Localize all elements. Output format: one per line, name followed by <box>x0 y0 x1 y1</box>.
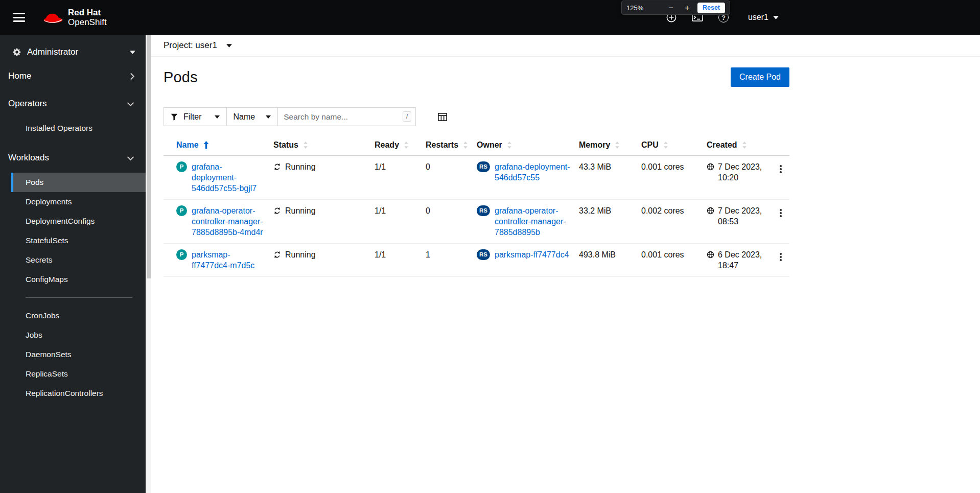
filter-dropdown-label: Filter <box>183 112 202 122</box>
sidebar-item-replicasets[interactable]: ReplicaSets <box>0 364 146 384</box>
sidebar-item-jobs[interactable]: Jobs <box>0 325 146 345</box>
sidebar-item-statefulsets[interactable]: StatefulSets <box>0 231 146 250</box>
sidebar-scrollbar[interactable] <box>146 35 151 493</box>
caret-down-icon <box>773 16 779 19</box>
status-text: Running <box>285 205 316 216</box>
search-input[interactable] <box>277 107 416 126</box>
status-cell: Running <box>269 200 370 244</box>
sortable-icon <box>463 142 468 149</box>
redhat-openshift-brand: Red Hat OpenShift <box>41 8 107 27</box>
column-header-status[interactable]: Status <box>269 134 370 156</box>
owner-cell: RSgrafana-deployment-546dd57c55 <box>473 156 575 200</box>
ready-cell: 1/1 <box>370 156 422 200</box>
perspective-switcher[interactable]: Administrator <box>0 35 146 62</box>
sortable-icon <box>303 142 308 149</box>
pods-table: NameStatusReadyRestartsOwnerMemoryCPUCre… <box>164 134 789 277</box>
redhat-logo-icon <box>41 10 63 26</box>
actions-cell <box>771 244 789 277</box>
user-menu-label: user1 <box>748 13 768 22</box>
created-text: 6 Dec 2023, 18:47 <box>718 249 766 271</box>
zoom-reset-button[interactable]: Reset <box>697 3 725 13</box>
column-label: Memory <box>579 140 610 149</box>
caret-down-icon <box>215 115 220 119</box>
zoom-in-button[interactable]: + <box>681 4 693 12</box>
attribute-dropdown-label: Name <box>234 112 255 122</box>
kebab-menu-button[interactable] <box>775 205 787 221</box>
column-header-name[interactable]: Name <box>164 134 269 156</box>
column-header-restarts[interactable]: Restarts <box>422 134 473 156</box>
sortable-icon <box>507 142 512 149</box>
globe-timestamp-icon <box>707 207 714 215</box>
project-selector[interactable]: Project: user1 <box>164 40 232 51</box>
sidebar-item-deploymentconfigs[interactable]: DeploymentConfigs <box>0 212 146 231</box>
column-label: Name <box>176 140 199 149</box>
sidebar-nav: Administrator HomeOperatorsInstalled Ope… <box>0 35 146 493</box>
running-sync-icon <box>273 207 281 215</box>
pod-name-link[interactable]: grafana-operator-controller-manager-7885… <box>192 205 265 238</box>
pod-name-link[interactable]: grafana-deployment-546dd57c55-bgjl7 <box>192 161 265 194</box>
user-menu[interactable]: user1 <box>745 12 782 22</box>
brand-line1: Red Hat <box>68 8 107 17</box>
sidebar-item-installed-operators[interactable]: Installed Operators <box>0 119 146 138</box>
sidebar-item-configmaps[interactable]: ConfigMaps <box>0 270 146 289</box>
hamburger-menu-icon[interactable] <box>10 10 28 25</box>
sidebar-section-home[interactable]: Home <box>0 62 146 90</box>
project-selector-label: Project: user1 <box>164 40 217 51</box>
column-header-cpu[interactable]: CPU <box>637 134 703 156</box>
pod-row: Pgrafana-deployment-546dd57c55-bgjl7Runn… <box>164 156 789 200</box>
sidebar-item-daemonsets[interactable]: DaemonSets <box>0 345 146 364</box>
name-cell: Pparksmap-ff7477dc4-m7d5c <box>164 244 269 277</box>
search-shortcut-hint: / <box>403 111 412 122</box>
ready-cell: 1/1 <box>370 200 422 244</box>
column-header-ready[interactable]: Ready <box>370 134 422 156</box>
pod-badge: P <box>176 161 187 172</box>
sidebar-section-workloads[interactable]: Workloads <box>0 144 146 172</box>
chevron-down-icon <box>127 156 134 160</box>
sidebar-scrollbar-thumb[interactable] <box>147 35 151 278</box>
actions-cell <box>771 200 789 244</box>
replicaset-badge: RS <box>477 161 490 172</box>
restarts-cell: 0 <box>422 156 473 200</box>
kebab-menu-button[interactable] <box>775 161 787 177</box>
created-cell: 6 Dec 2023, 18:47 <box>703 244 771 277</box>
sidebar-item-secrets[interactable]: Secrets <box>0 250 146 270</box>
zoom-out-button[interactable]: − <box>665 4 677 12</box>
cpu-cell: 0.002 cores <box>637 200 703 244</box>
pod-row: Pparksmap-ff7477dc4-m7d5cRunning1/11RSpa… <box>164 244 789 277</box>
sidebar-item-cronjobs[interactable]: CronJobs <box>0 306 146 325</box>
chevron-right-icon <box>130 73 134 80</box>
column-label: Ready <box>375 140 399 149</box>
running-sync-icon <box>273 251 281 259</box>
sidebar-item-pods[interactable]: Pods <box>11 173 146 192</box>
replicaset-badge: RS <box>477 249 490 260</box>
owner-link[interactable]: grafana-operator-controller-manager-7885… <box>495 205 571 238</box>
pod-badge: P <box>176 249 187 260</box>
column-header-memory[interactable]: Memory <box>575 134 637 156</box>
pod-name-link[interactable]: parksmap-ff7477dc4-m7d5c <box>192 249 265 271</box>
sidebar-item-deployments[interactable]: Deployments <box>0 192 146 212</box>
column-label: Created <box>707 140 737 149</box>
restarts-cell: 0 <box>422 200 473 244</box>
zoom-level: 125% <box>626 4 643 12</box>
column-management-button[interactable] <box>436 111 449 123</box>
owner-cell: RSparksmap-ff7477dc4 <box>473 244 575 277</box>
sortable-icon <box>663 142 668 149</box>
sidebar-section-operators[interactable]: Operators <box>0 90 146 118</box>
kebab-menu-button[interactable] <box>775 249 787 265</box>
chevron-down-icon <box>127 102 134 106</box>
owner-link[interactable]: parksmap-ff7477dc4 <box>495 249 569 260</box>
page-title: Pods <box>164 69 198 86</box>
masthead: Red Hat OpenShift ? user1 <box>0 0 980 35</box>
column-label: Status <box>273 140 298 149</box>
owner-link[interactable]: grafana-deployment-546dd57c55 <box>495 161 571 183</box>
caret-down-icon <box>266 115 271 119</box>
column-label: Owner <box>477 140 502 149</box>
column-header-owner[interactable]: Owner <box>473 134 575 156</box>
create-pod-button[interactable]: Create Pod <box>731 67 789 87</box>
pod-badge: P <box>176 205 187 216</box>
sidebar-item-replicationcontrollers[interactable]: ReplicationControllers <box>0 384 146 403</box>
column-header-created[interactable]: Created <box>703 134 771 156</box>
attribute-dropdown[interactable]: Name <box>226 107 278 126</box>
project-bar: Project: user1 <box>151 35 980 57</box>
filter-dropdown[interactable]: Filter <box>164 107 227 126</box>
